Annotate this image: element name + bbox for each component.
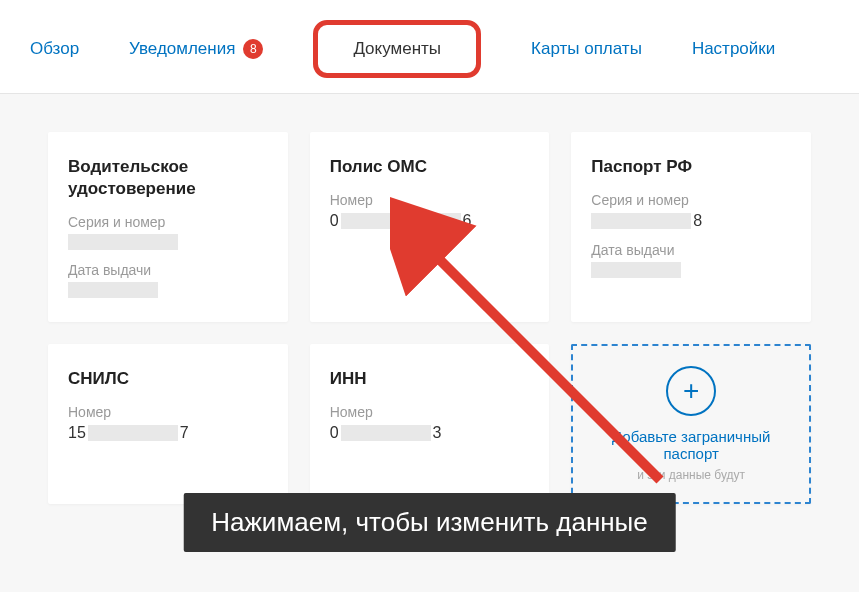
field-label-date: Дата выдачи (591, 242, 791, 258)
card-title: СНИЛС (68, 368, 268, 390)
field-value-series: 8 (591, 212, 791, 230)
value-prefix: 0 (330, 212, 339, 230)
add-card-title: Добавьте заграничный паспорт (593, 428, 789, 462)
instruction-caption: Нажимаем, чтобы изменить данные (183, 493, 676, 552)
card-title: Полис ОМС (330, 156, 530, 178)
card-add-foreign-passport[interactable]: + Добавьте заграничный паспорт и эти дан… (571, 344, 811, 504)
nav-documents[interactable]: Документы (313, 20, 481, 78)
value-prefix: 0 (330, 424, 339, 442)
nav-overview[interactable]: Обзор (30, 39, 79, 59)
top-nav: Обзор Уведомления 8 Документы Карты опла… (0, 0, 859, 94)
documents-grid: Водительское удостоверение Серия и номер… (48, 132, 811, 504)
redacted-value (591, 213, 691, 229)
field-value-date (68, 282, 268, 298)
field-label-number: Номер (330, 192, 530, 208)
field-value-date (591, 262, 791, 278)
value-suffix: 3 (433, 424, 442, 442)
redacted-value (68, 282, 158, 298)
redacted-value (341, 425, 431, 441)
card-snils[interactable]: СНИЛС Номер 15 7 (48, 344, 288, 504)
card-title: Паспорт РФ (591, 156, 791, 178)
field-label-number: Номер (330, 404, 530, 420)
redacted-value (591, 262, 681, 278)
field-label-number: Номер (68, 404, 268, 420)
field-value-number: 0 6 (330, 212, 530, 230)
card-inn[interactable]: ИНН Номер 0 3 (310, 344, 550, 504)
nav-settings[interactable]: Настройки (692, 39, 775, 59)
card-passport-rf[interactable]: Паспорт РФ Серия и номер 8 Дата выдачи (571, 132, 811, 322)
card-title: Водительское удостоверение (68, 156, 268, 200)
redacted-value (68, 234, 178, 250)
field-value-number: 0 3 (330, 424, 530, 442)
field-value-series (68, 234, 268, 250)
nav-notifications[interactable]: Уведомления 8 (129, 39, 263, 59)
value-suffix: 7 (180, 424, 189, 442)
field-label-series: Серия и номер (591, 192, 791, 208)
card-driver-license[interactable]: Водительское удостоверение Серия и номер… (48, 132, 288, 322)
plus-icon: + (666, 366, 716, 416)
notifications-badge: 8 (243, 39, 263, 59)
field-value-number: 15 7 (68, 424, 268, 442)
value-suffix: 6 (463, 212, 472, 230)
nav-payment-cards[interactable]: Карты оплаты (531, 39, 642, 59)
field-label-series: Серия и номер (68, 214, 268, 230)
card-title: ИНН (330, 368, 530, 390)
value-suffix: 8 (693, 212, 702, 230)
nav-notifications-label: Уведомления (129, 39, 235, 59)
card-oms-policy[interactable]: Полис ОМС Номер 0 6 (310, 132, 550, 322)
value-prefix: 15 (68, 424, 86, 442)
redacted-value (341, 213, 461, 229)
add-card-subtitle: и эти данные будут (637, 468, 745, 482)
redacted-value (88, 425, 178, 441)
field-label-date: Дата выдачи (68, 262, 268, 278)
